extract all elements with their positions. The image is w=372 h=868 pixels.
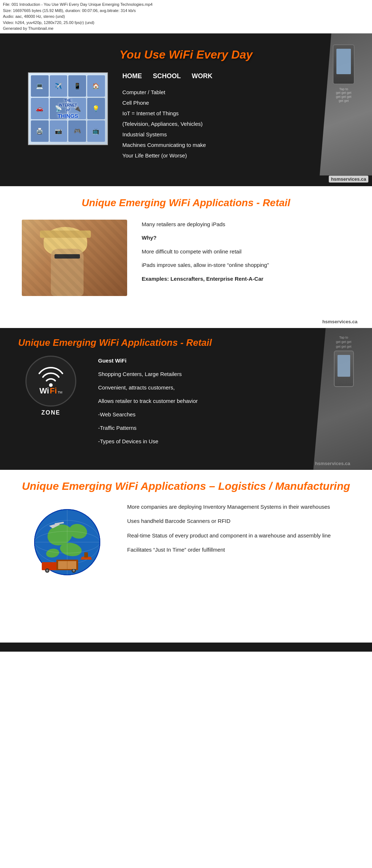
section3-title: Unique Emerging WiFi Applications - Reta…: [18, 337, 354, 348]
section4-main-content: More companies are deploying Inventory M…: [22, 502, 350, 582]
allows-text: Allows retailer to track customer behavi…: [98, 396, 354, 406]
watermark-section1: hsmservices.ca: [329, 176, 368, 183]
section1-content-wrapper: Tap to get get get get get get get get Y…: [0, 33, 372, 176]
watermark-section2: hsmservices.ca: [322, 319, 357, 324]
nav-labels: HOME SCHOOL WORK: [122, 72, 344, 80]
file-info-line2: Size: 16697665 bytes (15.92 MiB), durati…: [3, 8, 369, 14]
why-label: Why?: [142, 233, 350, 243]
section3-phone-decoration: Tap to get get get get get get: [322, 335, 365, 387]
convenient-text: Convenient, attracts customers,: [98, 383, 354, 392]
devices-text: -Types of Devices in Use: [98, 436, 354, 446]
examples-text: Examples: Lenscrafters, Enterprise Rent-…: [142, 274, 350, 284]
logistics-image: [22, 502, 113, 582]
file-info-line5: Generated by Thumbnail.me: [3, 25, 369, 32]
list-item-6: Machines Communicating to make: [122, 140, 344, 150]
retail-store-image: [22, 220, 127, 296]
section3-retail-2: Tap to get get get get get get Unique Em…: [0, 328, 372, 470]
facilitates-text: Facilitates “Just In Time” order fulfill…: [127, 545, 350, 555]
list-item-1: Computer / Tablet: [122, 87, 344, 97]
web-text: -Web Searches: [98, 409, 354, 419]
file-info-line1: File: 001 Introduction - You Use WiFi Ev…: [3, 1, 369, 8]
nav-work: WORK: [192, 72, 213, 80]
section3-main-content: Wi Fi TM ZONE Guest WiFi Shopping Center…: [18, 356, 354, 450]
section2-text-panel: Many retailers are deploying iPads Why? …: [142, 220, 350, 288]
handheld-text: Uses handheld Barcode Scanners or RFID: [127, 516, 350, 526]
section1-wifi-everyday: Tap to get get get get get get get get Y…: [0, 33, 372, 186]
phone-decoration: Tap to get get get get get get get get: [322, 44, 365, 103]
wifi-zone-logo: Wi Fi TM ZONE: [18, 356, 84, 416]
compete-text: More difficult to compete with online re…: [142, 247, 350, 256]
retailers-text: Many retailers are deploying iPads: [142, 220, 350, 229]
section4-text-panel: More companies are deploying Inventory M…: [127, 502, 350, 560]
ipads-text: iPads improve sales, allow in-store “onl…: [142, 260, 350, 270]
list-item-7: Your Life Better (or Worse): [122, 151, 344, 160]
globe-svg: [31, 506, 104, 579]
section3-text-panel: Guest WiFi Shopping Centers, Large Retai…: [98, 356, 354, 450]
file-info-bar: File: 001 Introduction - You Use WiFi Ev…: [0, 0, 372, 33]
svg-point-16: [73, 569, 75, 572]
svg-rect-11: [42, 562, 58, 570]
list-item-5: Industrial Systems: [122, 129, 344, 139]
nav-home: HOME: [122, 72, 142, 80]
section1-main-content: 💻 ✈️ 📱 🏠 🚗 📡 🔌 💡 🖨️ 📷 🎮 📺: [28, 72, 344, 161]
svg-point-14: [46, 569, 48, 572]
file-info-line4: Video: h264, yuv420p, 1280x720, 25.00 fp…: [3, 20, 369, 26]
svg-rect-19: [84, 552, 88, 557]
list-item-2: Cell Phone: [122, 98, 344, 108]
wifi-circle: Wi Fi TM: [25, 356, 76, 407]
zone-label: ZONE: [41, 409, 60, 416]
section2-title: Unique Emerging WiFi Applications - Reta…: [22, 197, 350, 209]
list-item-4: (Television, Appliances, Vehicles): [122, 119, 344, 129]
guest-wifi-text: Guest WiFi: [98, 356, 354, 365]
list-item-3: IoT = Internet of Things: [122, 108, 344, 118]
watermark-section3: hsmservices.ca: [315, 461, 350, 466]
section4-logistics: Unique Emerging WiFi Applications – Logi…: [0, 470, 372, 652]
file-info-line3: Audio: aac, 48000 Hz, stereo (und): [3, 13, 369, 20]
nav-school: SCHOOL: [153, 72, 181, 80]
section1-items-list: Computer / Tablet Cell Phone IoT = Inter…: [122, 87, 344, 160]
section4-title: Unique Emerging WiFi Applications – Logi…: [22, 479, 350, 493]
section2-retail-1: Unique Emerging WiFi Applications - Reta…: [0, 186, 372, 328]
shopping-centers-text: Shopping Centers, Large Retailers: [98, 369, 354, 379]
traffic-text: -Traffic Patterns: [98, 423, 354, 433]
more-companies-text: More companies are deploying Inventory M…: [127, 502, 350, 512]
bottom-bar: [0, 643, 372, 652]
iot-image: 💻 ✈️ 📱 🏠 🚗 📡 🔌 💡 🖨️ 📷 🎮 📺: [28, 72, 108, 145]
section1-title: You Use WiFi Every Day: [120, 48, 253, 61]
wifi-text-label: Wi Fi TM: [39, 386, 62, 396]
realtime-text: Real-time Status of every product and co…: [127, 531, 350, 540]
section2-main-content: Many retailers are deploying iPads Why? …: [22, 220, 350, 296]
wifi-symbol-svg: [36, 366, 65, 388]
section1-right-panel: HOME SCHOOL WORK Computer / Tablet Cell …: [122, 72, 344, 161]
